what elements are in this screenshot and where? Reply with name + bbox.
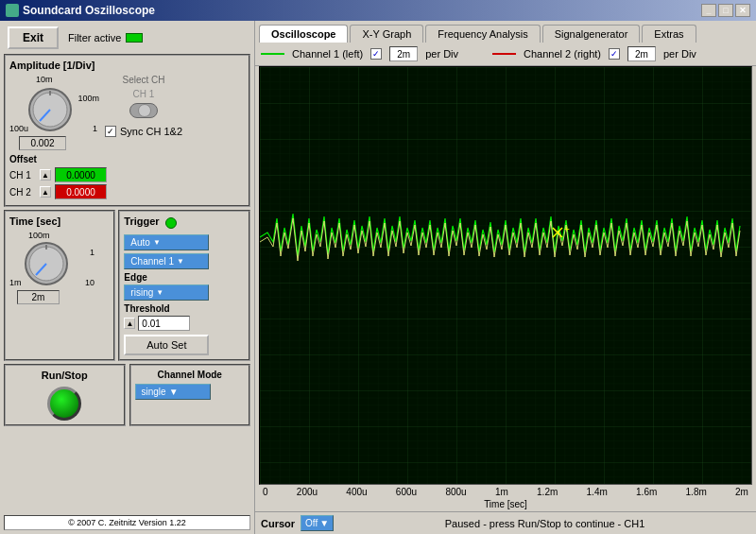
cursor-marker: + [564, 224, 570, 234]
ch1-per-div-label: per Div [425, 48, 458, 60]
offset-area: Offset CH 1 ▲ CH 2 ▲ [9, 154, 245, 199]
tab-bar: Oscilloscope X-Y Graph Frequency Analysi… [255, 21, 756, 43]
offset-ch1-spinner[interactable]: ▲ [40, 169, 51, 181]
time-label-1.4m: 1.4m [587, 487, 608, 497]
amp-label-1: 1 [93, 124, 97, 133]
offset-title: Offset [9, 154, 245, 164]
time-label-2m: 2m [735, 487, 748, 497]
time-section: Time [sec] 100m 1 1m 10 2m [4, 210, 115, 361]
select-ch-label: Select CH [123, 75, 165, 85]
tab-extras[interactable]: Extras [642, 25, 696, 43]
trigger-edge-label: rising [130, 287, 153, 298]
trigger-section: Trigger Auto ▼ Channel 1 ▼ Edge rising ▼… [118, 210, 250, 361]
ch2-per-div-label: per Div [663, 48, 696, 60]
trigger-channel-dropdown[interactable]: Channel 1 ▼ [124, 253, 209, 269]
time-label-0: 0 [263, 487, 268, 497]
threshold-label: Threshold [124, 303, 245, 314]
trigger-title: Trigger [124, 215, 159, 227]
cursor-mode-arrow: ▼ [319, 518, 329, 528]
top-controls: Exit Filter active [4, 25, 250, 51]
ch1-label: CH 1 [133, 89, 155, 99]
cursor-label: Cursor [261, 518, 295, 529]
amplitude-content: 10m 100m 100u 1 0.002 [9, 75, 245, 150]
edge-label: Edge [124, 272, 245, 283]
ch-select-toggle[interactable] [129, 103, 158, 118]
trigger-led [165, 217, 177, 229]
auto-set-button[interactable]: Auto Set [124, 335, 209, 355]
channel-mode-label: single [142, 387, 166, 397]
offset-ch1-row: CH 1 ▲ [9, 167, 245, 182]
time-label-1m: 1m [495, 487, 508, 497]
trigger-channel-label: Channel 1 [130, 256, 174, 267]
trigger-mode-label: Auto [130, 237, 150, 248]
maximize-button[interactable]: □ [718, 4, 733, 17]
title-bar-left: Soundcard Oszilloscope [6, 4, 155, 17]
ch1-per-div-input[interactable] [389, 46, 418, 61]
ch1-line-indicator [261, 53, 284, 55]
trigger-edge-arrow: ▼ [156, 288, 163, 297]
middle-row: Time [sec] 100m 1 1m 10 2m [4, 210, 250, 361]
amplitude-knob[interactable] [26, 86, 74, 133]
threshold-row: ▲ [124, 316, 245, 331]
ch2-label-display: Channel 2 (right) [524, 48, 601, 60]
time-labels: 0 200u 400u 600u 800u 1m 1.2m 1.4m 1.6m … [259, 487, 752, 497]
status-text: Paused - press Run/Stop to continue - CH… [339, 518, 750, 529]
minimize-button[interactable]: _ [701, 4, 716, 17]
time-unit-label: Time [sec] [255, 499, 756, 511]
ch1-label-display: Channel 1 (left) [292, 48, 363, 60]
offset-ch2-spinner[interactable]: ▲ [40, 186, 51, 198]
scope-display: + [259, 66, 752, 485]
run-stop-button[interactable] [47, 387, 81, 421]
tab-xy-graph[interactable]: X-Y Graph [350, 25, 423, 43]
channel-mode-dropdown[interactable]: single ▼ [135, 384, 211, 400]
exit-button[interactable]: Exit [8, 26, 59, 49]
cursor-mode-dropdown[interactable]: Off ▼ [301, 515, 334, 531]
time-label-100m: 100m [28, 231, 50, 240]
channel-info-row: Channel 1 (left) ✓ per Div Channel 2 (ri… [255, 43, 756, 66]
filter-led [126, 33, 143, 43]
tab-frequency-analysis[interactable]: Frequency Analysis [425, 25, 540, 43]
time-label-1.2m: 1.2m [537, 487, 558, 497]
sync-row: ✓ Sync CH 1&2 [105, 126, 182, 137]
close-button[interactable]: ✕ [735, 4, 750, 17]
amp-label-100m: 100m [77, 94, 99, 103]
time-label-1.8m: 1.8m [686, 487, 707, 497]
bottom-bar: Cursor Off ▼ Paused - press Run/Stop to … [255, 511, 756, 534]
time-label-400u: 400u [346, 487, 367, 497]
sync-checkbox[interactable]: ✓ [105, 126, 116, 137]
time-label-1m: 1m [9, 278, 22, 287]
offset-ch2-input[interactable] [55, 184, 107, 199]
right-panel: Oscilloscope X-Y Graph Frequency Analysi… [255, 21, 756, 534]
time-label-800u: 800u [445, 487, 466, 497]
sync-label: Sync CH 1&2 [120, 126, 182, 137]
time-axis: 0 200u 400u 600u 800u 1m 1.2m 1.4m 1.6m … [255, 485, 756, 499]
copyright: © 2007 C. Zeitnitz Version 1.22 [4, 515, 250, 530]
channel-mode-section: Channel Mode single ▼ [129, 364, 251, 426]
amplitude-value: 0.002 [19, 136, 66, 150]
channel-mode-title: Channel Mode [135, 370, 246, 380]
ch2-per-div-input[interactable] [627, 46, 656, 61]
tab-signalgenerator[interactable]: Signalgenerator [542, 25, 641, 43]
ch1-checkbox[interactable]: ✓ [370, 48, 382, 60]
offset-ch1-input[interactable] [55, 167, 107, 182]
offset-ch1-label: CH 1 [9, 170, 36, 181]
amplitude-section: Amplitude [1/Div] 10m 100m 100u 1 [4, 54, 250, 207]
select-ch-area: Select CH CH 1 ✓ Sync CH 1&2 [105, 75, 182, 137]
main-container: Exit Filter active Amplitude [1/Div] 10m… [0, 21, 756, 534]
left-panel: Exit Filter active Amplitude [1/Div] 10m… [0, 21, 255, 534]
cursor-mode-label: Off [305, 518, 318, 528]
time-knob[interactable] [23, 240, 70, 287]
amplitude-title: Amplitude [1/Div] [9, 60, 245, 71]
threshold-spinner[interactable]: ▲ [124, 318, 135, 329]
tab-oscilloscope[interactable]: Oscilloscope [259, 25, 348, 43]
time-label-1.6m: 1.6m [636, 487, 657, 497]
trigger-edge-dropdown[interactable]: rising ▼ [124, 284, 209, 301]
trigger-mode-dropdown[interactable]: Auto ▼ [124, 234, 209, 250]
window-title: Soundcard Oszilloscope [23, 4, 155, 17]
ch2-checkbox[interactable]: ✓ [609, 48, 620, 60]
time-label-1: 1 [90, 248, 94, 257]
filter-active-label: Filter active [68, 32, 121, 43]
time-label-200u: 200u [297, 487, 318, 497]
trigger-mode-arrow: ▼ [153, 238, 161, 247]
threshold-input[interactable] [138, 316, 190, 331]
